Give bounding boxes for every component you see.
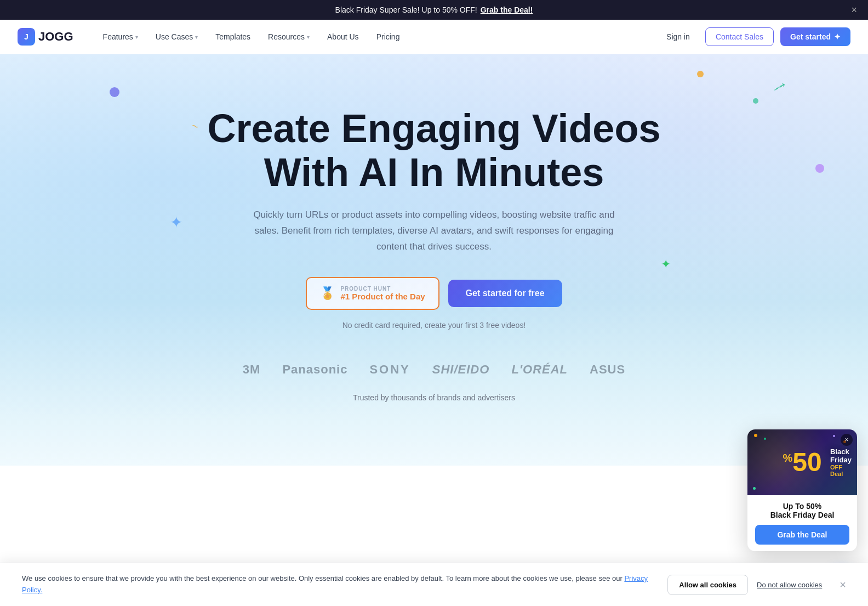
bf-popup-close[interactable]: ×	[841, 434, 853, 446]
bf-text-block: Black Friday OFF Deal	[830, 448, 852, 466]
decor-squiggle: ~	[190, 120, 200, 134]
decor-dot-2	[697, 71, 704, 77]
top-banner: Black Friday Super Sale! Up to 50% OFF! …	[0, 0, 868, 20]
nav-item-templates[interactable]: Templates	[208, 28, 258, 46]
bf-off-text: OFF	[830, 464, 852, 466]
hero-subtitle: Quickly turn URLs or product assets into…	[242, 207, 626, 255]
sparkle-icon: ✦	[834, 32, 841, 41]
brand-loreal: L'ORÉAL	[511, 363, 568, 377]
hero-get-started-button[interactable]: Get started for free	[448, 280, 562, 307]
bf-popup-image: %50 Black Friday OFF Deal	[747, 429, 857, 466]
get-started-button[interactable]: Get started ✦	[780, 27, 850, 46]
medal-icon: 🏅	[320, 286, 335, 301]
decor-dot-4	[815, 164, 824, 173]
green-sparkle-decor: ✦	[661, 257, 671, 271]
brands-trusted-text: Trusted by thousands of brands and adver…	[353, 393, 515, 402]
percent-sign: %	[783, 452, 792, 464]
chevron-down-icon: ▾	[135, 34, 138, 40]
brand-asus: ASUS	[590, 363, 625, 377]
logo-icon: J	[18, 28, 35, 46]
nav-item-usecases[interactable]: Use Cases ▾	[148, 28, 205, 46]
chevron-down-icon: ▾	[195, 34, 198, 40]
hero-cta: 🏅 PRODUCT HUNT #1 Product of the Day Get…	[306, 277, 562, 310]
confetti-2	[764, 438, 766, 440]
decor-dot-1	[110, 87, 119, 97]
signin-button[interactable]: Sign in	[658, 28, 699, 46]
nav-item-pricing[interactable]: Pricing	[369, 28, 408, 46]
sparkle-decor: ✦	[170, 213, 182, 231]
nav-item-about[interactable]: About Us	[319, 28, 367, 46]
navbar: J JOGG Features ▾ Use Cases ▾ Templates …	[0, 20, 868, 54]
bf-friday-text: Friday	[830, 456, 852, 464]
hero-title: Create Engaging Videos With AI In Minute…	[208, 107, 661, 194]
confetti-1	[754, 434, 757, 437]
banner-link[interactable]: Grab the Deal!	[481, 5, 533, 14]
nav-item-features[interactable]: Features ▾	[95, 28, 146, 46]
product-hunt-button[interactable]: 🏅 PRODUCT HUNT #1 Product of the Day	[306, 277, 439, 310]
decor-dot-3	[753, 98, 758, 104]
brand-panasonic: Panasonic	[282, 363, 347, 377]
brand-shiseido: SHI/EIDO	[432, 363, 490, 377]
decor-squiggle2: ⟿	[772, 80, 787, 95]
nav-item-resources[interactable]: Resources ▾	[260, 28, 317, 46]
bf-black-text: Black	[830, 448, 852, 456]
chevron-down-icon: ▾	[307, 34, 310, 40]
contact-sales-button[interactable]: Contact Sales	[705, 27, 774, 46]
brand-sony: SONY	[369, 363, 410, 377]
banner-close[interactable]: ×	[851, 4, 857, 16]
logo[interactable]: J JOGG	[18, 28, 73, 46]
product-hunt-text: PRODUCT HUNT #1 Product of the Day	[340, 286, 425, 301]
bf-percent-number: %50	[783, 449, 821, 466]
nav-links: Features ▾ Use Cases ▾ Templates Resourc…	[95, 28, 658, 46]
banner-text: Black Friday Super Sale! Up to 50% OFF!	[335, 5, 477, 14]
bf-popup: × %50 Black Friday OFF Deal Up To 50% Bl…	[747, 429, 857, 466]
brands-section: 3M Panasonic SONY SHI/EIDO L'ORÉAL ASUS	[243, 363, 625, 377]
nav-actions: Sign in Contact Sales Get started ✦	[658, 27, 850, 46]
no-credit-text: No credit card required, create your fir…	[342, 321, 526, 330]
confetti-4	[833, 435, 835, 437]
logo-text: JOGG	[38, 30, 73, 44]
brand-3m: 3M	[243, 363, 261, 377]
hero-section: ~ ⟿ ✦ ✦ Create Engaging Videos With AI I…	[0, 54, 868, 466]
